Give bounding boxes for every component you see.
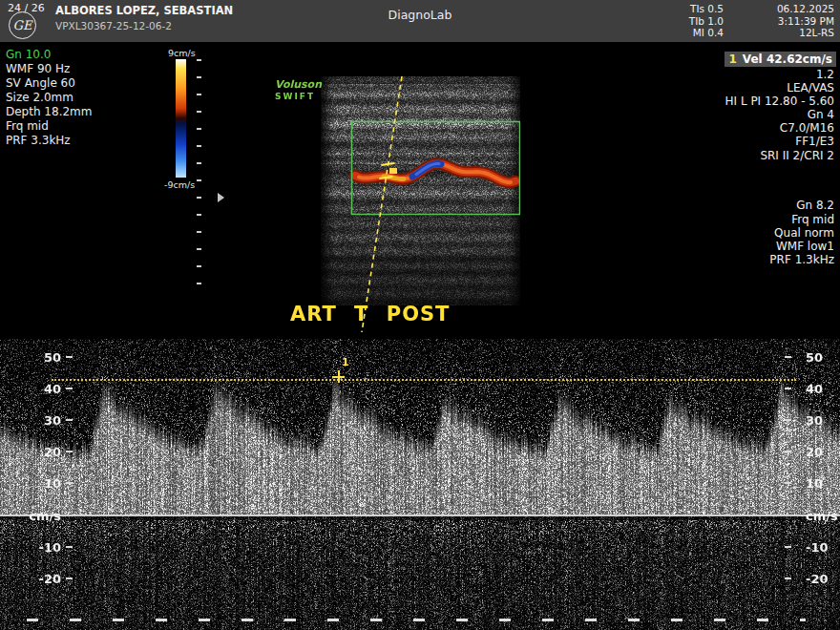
doppler-cursor-overlay xyxy=(315,74,535,338)
axis-left-n10: -10 xyxy=(25,540,61,555)
axis-tick xyxy=(66,451,73,452)
axis-tick xyxy=(66,482,73,484)
measurement-result: 1Vel 42.62cm/s xyxy=(724,52,836,67)
sv-gate-mark-bottom xyxy=(379,177,392,178)
param-right-5: C7.0/M16 xyxy=(780,121,834,135)
param-size: Size 2.0mm xyxy=(6,91,92,105)
color-doppler-params: Gn 10.0 WMF 90 Hz SV Angle 60 Size 2.0mm… xyxy=(6,48,92,148)
axis-tick xyxy=(66,578,73,579)
axis-tick xyxy=(785,419,791,421)
sv-gate-mark-top xyxy=(381,163,394,165)
pw-prf: PRF 1.3kHz xyxy=(769,253,834,266)
color-gain: Gn 10.0 xyxy=(6,48,92,62)
param-right-2: LEA/VAS xyxy=(787,81,834,94)
axis-tick xyxy=(785,546,791,548)
color-scale-bar xyxy=(176,59,186,178)
pw-qual: Qual norm xyxy=(774,226,834,240)
param-right-4: Gn 4 xyxy=(808,108,834,121)
measurement-marker: 1 xyxy=(728,52,736,66)
axis-left-n20: -20 xyxy=(25,572,61,586)
velocity-cursor-line[interactable] xyxy=(52,379,796,381)
axis-right-30: 30 xyxy=(806,413,840,428)
tib-value: TIb 1.0 xyxy=(689,15,724,28)
pw-wmf: WMF low1 xyxy=(776,240,834,253)
param-prf: PRF 3.3kHz xyxy=(6,134,92,148)
axis-right-40: 40 xyxy=(806,382,840,396)
datetime-probe: 06.12.2025 3:11:39 PM 12L-RS xyxy=(777,3,834,39)
axis-left-unit: cm/s xyxy=(25,509,61,523)
axis-right-50: 50 xyxy=(806,350,840,365)
acoustic-indices: TIs 0.5 TIb 1.0 MI 0.4 xyxy=(689,3,724,39)
body-annotation: ART T POST xyxy=(290,303,450,326)
param-right-3: HI L PI 12.80 - 5.60 xyxy=(725,94,835,108)
axis-tick xyxy=(785,356,791,358)
axis-tick xyxy=(785,578,791,579)
tis-value: TIs 0.5 xyxy=(689,3,724,15)
param-right-6: FF1/E3 xyxy=(795,135,834,148)
axis-tick xyxy=(66,388,73,389)
param-depth: Depth 18.2mm xyxy=(6,105,92,119)
axis-right-10: 10 xyxy=(806,476,840,491)
pw-gain: Gn 8.2 xyxy=(796,199,834,212)
ultrasound-screen: 24 / 26 GE ALBORES LOPEZ, SEBASTIAN VPXL… xyxy=(0,0,840,630)
axis-tick xyxy=(66,356,73,358)
color-scale-max: 9cm/s xyxy=(168,48,196,58)
velocity-cursor-crosshair-icon[interactable] xyxy=(332,370,345,383)
color-scale-min: -9cm/s xyxy=(164,179,195,190)
axis-tick xyxy=(66,419,73,421)
spectral-display xyxy=(0,339,840,630)
param-wmf: WMF 90 Hz xyxy=(6,62,92,76)
axis-tick xyxy=(785,388,791,389)
param-right-1: 1.2 xyxy=(816,68,834,81)
focus-marker-icon xyxy=(218,193,224,202)
axis-left-10: 10 xyxy=(25,476,61,491)
measurement-value: Vel 42.62cm/s xyxy=(743,52,832,66)
axis-left-40: 40 xyxy=(25,382,61,396)
axis-right-n20: -20 xyxy=(806,572,840,586)
axis-left-30: 30 xyxy=(25,413,61,428)
time-axis-ticks xyxy=(27,619,806,621)
axis-right-20: 20 xyxy=(806,445,840,459)
param-frq: Frq mid xyxy=(6,119,92,134)
axis-right-unit: cm/s xyxy=(806,509,840,523)
axis-left-20: 20 xyxy=(25,445,61,459)
depth-ruler xyxy=(197,59,201,288)
mi-value: MI 0.4 xyxy=(689,27,724,39)
axis-left-50: 50 xyxy=(25,350,61,365)
header-bar: 24 / 26 GE ALBORES LOPEZ, SEBASTIAN VPXL… xyxy=(0,0,840,42)
doppler-cursor-line xyxy=(362,76,402,332)
exam-time: 3:11:39 PM xyxy=(777,15,834,28)
axis-tick xyxy=(66,546,73,548)
probe-name: 12L-RS xyxy=(777,27,834,39)
axis-tick xyxy=(785,482,791,484)
axis-right-n10: -10 xyxy=(806,540,840,555)
exam-date: 06.12.2025 xyxy=(777,3,834,15)
pw-frq: Frq mid xyxy=(791,213,834,226)
param-right-7: SRI II 2/CRI 2 xyxy=(760,149,834,162)
velocity-cursor-label: 1 xyxy=(342,356,349,368)
axis-tick xyxy=(785,451,791,452)
param-sv-angle: SV Angle 60 xyxy=(6,76,92,91)
